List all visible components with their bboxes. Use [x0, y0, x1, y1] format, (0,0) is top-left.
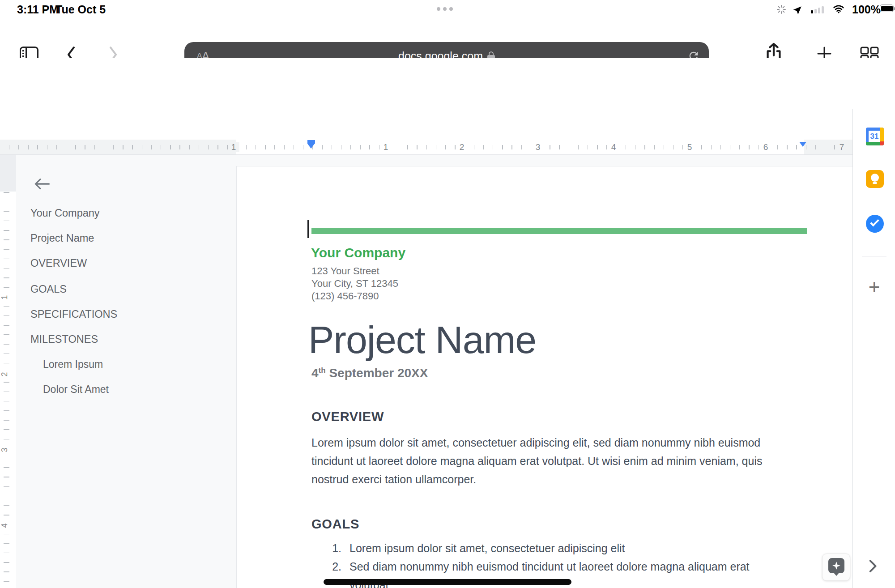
battery-icon	[880, 4, 894, 12]
google-calendar-icon[interactable]: 31	[866, 128, 884, 145]
ios-status-bar: 3:11 PM Tue Oct 5 100%	[0, 0, 895, 18]
outline-item-lorem-ipsum[interactable]: Lorem Ipsum	[43, 358, 103, 371]
vertical-ruler: 1 2 3 4	[0, 155, 16, 588]
ruler-number: 3	[0, 446, 10, 454]
ruler-number: 2	[0, 370, 10, 378]
explore-button[interactable]	[822, 554, 850, 581]
ruler-number: 1	[380, 142, 392, 152]
docs-header: Project proposal ☆ File Edit View Insert…	[0, 58, 895, 109]
accent-bar	[311, 228, 807, 234]
right-indent-marker[interactable]	[799, 142, 806, 147]
outline-item-overview[interactable]: OVERVIEW	[30, 257, 87, 269]
ruler-number: 6	[760, 142, 771, 152]
overview-heading[interactable]: OVERVIEW	[311, 409, 384, 424]
ruler-number: 3	[533, 142, 544, 152]
outline-item-your-company[interactable]: Your Company	[30, 207, 100, 219]
document-date[interactable]: 4th September 20XX	[311, 366, 428, 380]
ruler-number: 4	[0, 521, 10, 529]
company-address[interactable]: 123 Your Street Your City, ST 12345 (123…	[311, 265, 398, 303]
activity-spinner-icon	[776, 4, 787, 17]
home-indicator[interactable]	[324, 579, 571, 585]
ruler-number: 2	[456, 142, 468, 152]
horizontal-ruler[interactable]: 1 1 2 3 4 5 6 7	[0, 140, 852, 155]
left-indent-marker[interactable]	[307, 140, 315, 149]
outline-item-dolor-sit-amet[interactable]: Dolor Sit Amet	[43, 383, 109, 396]
explore-icon	[828, 558, 844, 573]
ruler-number: 7	[836, 142, 848, 152]
ruler-number: 1	[0, 293, 10, 301]
close-outline-button[interactable]	[33, 176, 51, 193]
text-cursor	[307, 220, 309, 238]
document-page[interactable]: Your Company 123 Your Street Your City, …	[236, 166, 852, 588]
google-tasks-icon[interactable]	[866, 215, 884, 233]
clock: 3:11 PM	[17, 3, 59, 16]
outline-item-specifications[interactable]: SPECIFICATIONS	[30, 308, 117, 320]
document-heading-title[interactable]: Project Name	[308, 318, 536, 362]
get-addons-button[interactable]: +	[853, 276, 895, 298]
safari-toolbar: AA docs.google.com	[0, 18, 895, 58]
rail-divider	[862, 256, 886, 256]
cellular-signal-icon	[811, 5, 824, 13]
overview-paragraph[interactable]: Lorem ipsum dolor sit amet, consectetuer…	[311, 434, 762, 489]
google-keep-icon[interactable]	[866, 170, 884, 188]
side-panel-rail: 31 +	[852, 109, 895, 588]
ruler-number: 1	[228, 142, 239, 152]
outline-item-goals[interactable]: GOALS	[30, 283, 67, 295]
status-date: Tue Oct 5	[55, 3, 106, 16]
expand-panel-chevron[interactable]	[866, 558, 879, 575]
outline-item-milestones[interactable]: MILESTONES	[30, 333, 98, 345]
wifi-icon	[832, 4, 845, 16]
multitask-dots-icon	[437, 7, 453, 11]
document-outline-panel: Your Company Project Name OVERVIEW GOALS…	[16, 155, 236, 588]
document-canvas: Your Company 123 Your Street Your City, …	[236, 155, 852, 588]
battery-percent: 100%	[852, 3, 881, 16]
location-arrow-icon	[793, 4, 804, 17]
outline-item-project-name[interactable]: Project Name	[30, 232, 94, 244]
company-name[interactable]: Your Company	[311, 245, 405, 260]
ruler-number: 5	[684, 142, 695, 152]
goals-heading[interactable]: GOALS	[311, 517, 359, 532]
format-toolbar: 100% Normal text Proxima N... − 11 + B I…	[0, 109, 895, 140]
ruler-number: 4	[608, 142, 619, 152]
